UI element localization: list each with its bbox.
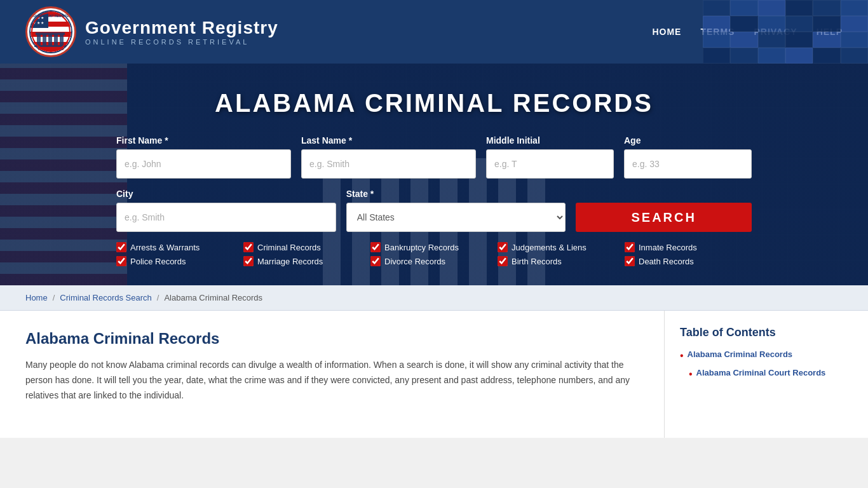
- breadcrumb-home[interactable]: Home: [25, 293, 48, 302]
- tile: [758, 48, 785, 64]
- form-row-1: First Name * Last Name * Middle Initial …: [116, 135, 752, 179]
- city-input[interactable]: [116, 203, 336, 232]
- toc-item-2: Alabama Criminal Court Records: [680, 368, 853, 381]
- breadcrumb-sep-1: /: [53, 293, 55, 302]
- nav-home[interactable]: HOME: [652, 27, 681, 37]
- logo-text: Government Registry Online Records Retri…: [85, 18, 278, 46]
- judgements-checkbox[interactable]: [498, 242, 508, 252]
- state-label: State *: [346, 189, 566, 199]
- checkbox-col-3: Bankruptcy Records Divorce Records: [370, 242, 498, 266]
- tile: [730, 0, 757, 16]
- tile: [730, 48, 757, 64]
- checkbox-police: Police Records: [116, 256, 243, 266]
- birth-checkbox[interactable]: [498, 256, 508, 266]
- nav-terms[interactable]: TERMS: [700, 27, 735, 37]
- svg-rect-11: [37, 34, 41, 46]
- inmate-checkbox[interactable]: [625, 242, 635, 252]
- death-label[interactable]: Death Records: [639, 257, 694, 266]
- tile: [813, 0, 840, 16]
- death-checkbox[interactable]: [625, 256, 635, 266]
- police-checkbox[interactable]: [116, 256, 126, 266]
- middle-input[interactable]: [486, 149, 614, 179]
- birth-label[interactable]: Birth Records: [512, 257, 562, 266]
- middle-group: Middle Initial: [486, 135, 614, 179]
- checkbox-bankruptcy: Bankruptcy Records: [370, 242, 498, 252]
- tile: [841, 48, 868, 64]
- logo-icon: ★ ★ ★ ★ ★ ★ GOVERNMENT REGISTRY PUBLIC R…: [25, 6, 76, 57]
- hero-section: Alabama Criminal Records First Name * La…: [0, 64, 868, 285]
- svg-rect-15: [60, 34, 64, 46]
- site-header: ★ ★ ★ ★ ★ ★ GOVERNMENT REGISTRY PUBLIC R…: [0, 0, 868, 64]
- divorce-label[interactable]: Divorce Records: [384, 257, 445, 266]
- checkbox-inmate: Inmate Records: [625, 242, 752, 252]
- marriage-checkbox[interactable]: [243, 256, 254, 266]
- logo: ★ ★ ★ ★ ★ ★ GOVERNMENT REGISTRY PUBLIC R…: [25, 6, 278, 57]
- nav-privacy[interactable]: PRIVACY: [754, 27, 797, 37]
- checkbox-col-5: Inmate Records Death Records: [625, 242, 752, 266]
- checkbox-col-2: Criminal Records Marriage Records: [243, 242, 370, 266]
- tile: [841, 32, 868, 48]
- toc-link-1[interactable]: Alabama Criminal Records: [688, 349, 792, 359]
- tile: [703, 48, 730, 64]
- checkbox-col-4: Judgements & Liens Birth Records: [498, 242, 625, 266]
- checkbox-criminal: Criminal Records: [243, 242, 370, 252]
- firstname-input[interactable]: [116, 149, 291, 179]
- svg-rect-16: [36, 32, 65, 35]
- svg-rect-14: [54, 34, 58, 46]
- logo-subtitle: Online Records Retrieval: [85, 38, 278, 46]
- criminal-label[interactable]: Criminal Records: [257, 243, 321, 252]
- arrests-checkbox[interactable]: [116, 242, 126, 252]
- main-nav: HOME TERMS PRIVACY HELP: [652, 27, 843, 37]
- content-text: Many people do not know Alabama criminal…: [25, 358, 639, 403]
- checkbox-arrests: Arrests & Warrants: [116, 242, 243, 252]
- tile: [785, 48, 813, 64]
- checkbox-row: Arrests & Warrants Police Records Crimin…: [116, 242, 752, 266]
- toc-list: Alabama Criminal Records Alabama Crimina…: [680, 349, 853, 381]
- marriage-label[interactable]: Marriage Records: [257, 257, 323, 266]
- tile: [841, 16, 868, 32]
- state-select[interactable]: All States Alabama Alaska Arizona Arkans…: [346, 203, 566, 232]
- nav-help[interactable]: HELP: [817, 27, 843, 37]
- svg-rect-13: [48, 34, 52, 46]
- tile: [785, 0, 813, 16]
- lastname-label: Last Name *: [301, 135, 476, 146]
- content-body: Alabama Criminal Records Many people do …: [0, 311, 665, 438]
- checkbox-judgements: Judgements & Liens: [498, 242, 625, 252]
- main-content: Alabama Criminal Records Many people do …: [0, 311, 868, 438]
- age-input[interactable]: [624, 149, 752, 179]
- tile: [841, 0, 868, 16]
- svg-text:GOVERNMENT REGISTRY: GOVERNMENT REGISTRY: [31, 14, 71, 18]
- judgements-label[interactable]: Judgements & Liens: [512, 243, 587, 252]
- city-label: City: [116, 189, 336, 199]
- bankruptcy-label[interactable]: Bankruptcy Records: [384, 243, 459, 252]
- checkbox-death: Death Records: [625, 256, 752, 266]
- toc-link-2[interactable]: Alabama Criminal Court Records: [696, 368, 826, 377]
- search-form: First Name * Last Name * Middle Initial …: [116, 135, 752, 266]
- lastname-input[interactable]: [301, 149, 476, 179]
- breadcrumb-criminal[interactable]: Criminal Records Search: [60, 293, 152, 302]
- svg-text:PUBLIC RECORDS: PUBLIC RECORDS: [38, 48, 64, 51]
- arrests-label[interactable]: Arrests & Warrants: [130, 243, 200, 252]
- bankruptcy-checkbox[interactable]: [370, 242, 381, 252]
- divorce-checkbox[interactable]: [370, 256, 381, 266]
- inmate-label[interactable]: Inmate Records: [639, 243, 697, 252]
- form-row-2: City State * All States Alabama Alaska A…: [116, 189, 752, 232]
- tile: [813, 48, 840, 64]
- sidebar: Table of Contents Alabama Criminal Recor…: [665, 311, 868, 438]
- search-button[interactable]: SEARCH: [576, 203, 752, 232]
- svg-rect-12: [43, 34, 46, 46]
- checkbox-col-1: Arrests & Warrants Police Records: [116, 242, 243, 266]
- criminal-checkbox[interactable]: [243, 242, 254, 252]
- police-label[interactable]: Police Records: [130, 257, 186, 266]
- breadcrumb: Home / Criminal Records Search / Alabama…: [0, 285, 868, 311]
- hero-title: Alabama Criminal Records: [25, 89, 843, 118]
- toc-item-1: Alabama Criminal Records: [680, 349, 853, 363]
- breadcrumb-current: Alabama Criminal Records: [164, 293, 262, 302]
- breadcrumb-sep-2: /: [157, 293, 159, 302]
- firstname-label: First Name *: [116, 135, 291, 146]
- state-group: State * All States Alabama Alaska Arizon…: [346, 189, 566, 232]
- logo-title: Government Registry: [85, 18, 278, 38]
- tile: [758, 0, 785, 16]
- checkbox-divorce: Divorce Records: [370, 256, 498, 266]
- city-group: City: [116, 189, 336, 232]
